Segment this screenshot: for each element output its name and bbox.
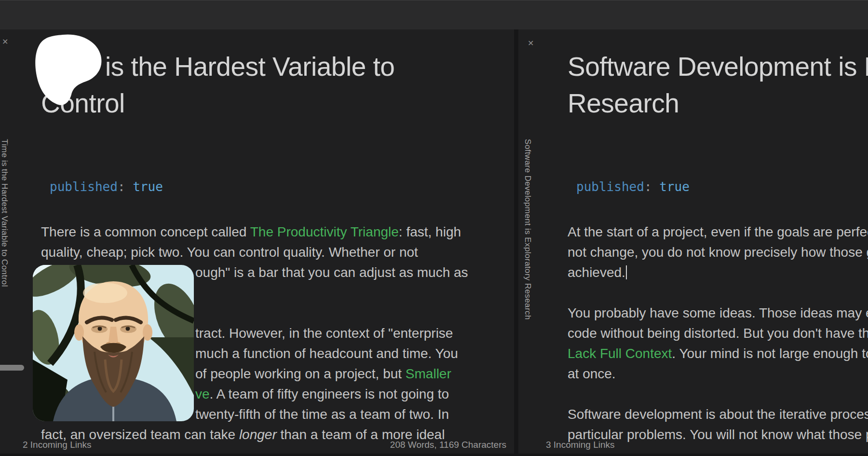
status-bar: 2 Incoming Links 208 Words, 1169 Charact… xyxy=(0,436,514,454)
text-segment: Software development is about the iterat… xyxy=(568,407,868,422)
note-document: Software Development is Exploratory Rese… xyxy=(568,48,868,445)
text-caret xyxy=(626,265,627,279)
text-line: not change, you do not know precisely ho… xyxy=(568,242,868,263)
internal-link[interactable]: Lack Full Context xyxy=(568,346,672,361)
paragraph: At the start of a project, even if the g… xyxy=(568,222,868,283)
text-line: achieved. xyxy=(568,263,868,283)
frontmatter[interactable]: published: true xyxy=(50,179,475,195)
status-bar: 3 Incoming Links xyxy=(518,436,868,454)
incoming-links-count[interactable]: 3 Incoming Links xyxy=(546,440,615,450)
pane-left-tab-strip[interactable]: ✕ Time is the Hardest Variable to Contro… xyxy=(0,29,16,454)
internal-link[interactable]: The Productivity Triangle xyxy=(250,224,399,239)
vertical-tab-title[interactable]: Time is the Hardest Variable to Control xyxy=(0,139,9,287)
frontmatter-key: published xyxy=(576,180,644,194)
word-count[interactable]: 208 Words, 1169 Characters xyxy=(390,440,506,450)
avatar-image xyxy=(33,265,194,421)
frontmatter-value: true xyxy=(133,180,163,194)
text-line: There is a common concept called The Pro… xyxy=(41,222,475,242)
window-titlebar xyxy=(0,0,868,29)
frontmatter-value: true xyxy=(659,180,690,194)
text-segment: of people working on a project, but xyxy=(195,366,406,381)
text-segment: . Your mind is not large enough to hold … xyxy=(672,346,868,361)
close-icon[interactable]: ✕ xyxy=(528,40,534,47)
text-segment: at once. xyxy=(568,366,616,381)
scrollbar-thumb[interactable] xyxy=(0,365,24,371)
text-segment: . A team of fifty engineers is not going… xyxy=(210,387,449,401)
text-segment: ough" is a bar that you can adjust as mu… xyxy=(195,265,468,280)
vertical-tab-title[interactable]: Software Development is Exploratory Rese… xyxy=(523,139,532,320)
text-segment: twenty-fifth of the time as a team of tw… xyxy=(195,407,449,422)
text-segment: code without being distorted. But you do… xyxy=(568,326,868,341)
text-segment: quality, cheap; pick two. You can contro… xyxy=(41,245,418,260)
text-line: Lack Full Context. Your mind is not larg… xyxy=(568,344,868,364)
text-line: at once. xyxy=(568,364,868,384)
pane-divider[interactable] xyxy=(514,29,518,454)
note-title: Software Development is Exploratory Rese… xyxy=(568,48,868,122)
text-line: You probably have some ideas. Those idea… xyxy=(568,303,868,323)
paragraph: You probably have some ideas. Those idea… xyxy=(568,303,868,384)
incoming-links-count[interactable]: 2 Incoming Links xyxy=(23,440,92,450)
frontmatter-separator: : xyxy=(644,180,652,194)
text-segment: There is a common concept called xyxy=(41,224,250,239)
text-line: code without being distorted. But you do… xyxy=(568,323,868,344)
frontmatter-separator: : xyxy=(118,180,125,194)
pane-right: ✕ Software Development is Exploratory Re… xyxy=(518,29,868,454)
text-segment: much a function of headcount and time. Y… xyxy=(195,346,458,361)
pane-right-tab-strip[interactable]: ✕ Software Development is Exploratory Re… xyxy=(518,29,535,454)
close-icon[interactable]: ✕ xyxy=(2,38,8,46)
frontmatter-key: published xyxy=(50,180,118,194)
white-blob-annotation xyxy=(34,34,104,106)
note-body[interactable]: At the start of a project, even if the g… xyxy=(568,222,868,445)
text-segment: You probably have some ideas. Those idea… xyxy=(568,305,868,320)
text-segment: At the start of a project, even if the g… xyxy=(568,224,868,239)
text-line: Software development is about the iterat… xyxy=(568,404,868,425)
text-segment: : fast, high xyxy=(399,224,461,239)
text-segment: tract. However, in the context of "enter… xyxy=(195,326,453,341)
app-window: ✕ Time is the Hardest Variable to Contro… xyxy=(0,0,868,456)
note-title: Time is the Hardest Variable to Control xyxy=(41,48,475,122)
text-line: At the start of a project, even if the g… xyxy=(568,222,868,242)
frontmatter[interactable]: published: true xyxy=(576,179,868,195)
internal-link[interactable]: ve xyxy=(195,387,210,401)
text-line: quality, cheap; pick two. You can contro… xyxy=(41,242,475,263)
internal-link[interactable]: Smaller xyxy=(406,366,451,381)
text-segment: achieved. xyxy=(568,265,625,280)
text-segment: not change, you do not know precisely ho… xyxy=(568,245,868,260)
